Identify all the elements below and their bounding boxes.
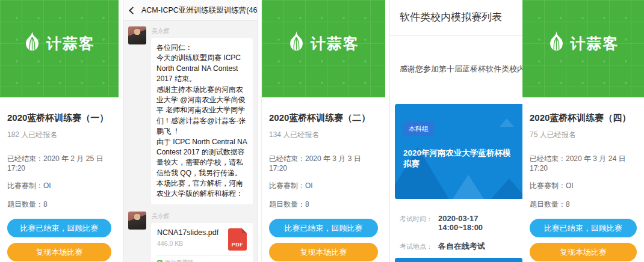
review-contest-button[interactable]: 比赛已结束，回顾比赛 — [530, 219, 637, 237]
logo-text: 计蒜客 — [46, 34, 95, 53]
exam-place-row: 考试地点： 各自在线考试 — [400, 241, 522, 252]
contest-format: 比赛赛制：OI — [7, 181, 111, 191]
sender-avatar[interactable] — [128, 26, 146, 44]
message-bubble: 各位同仁： 今天的训练联盟周赛 ICPC North Central NA Co… — [151, 38, 253, 204]
exam-time-label: 考试时间： — [400, 215, 433, 224]
logo-text: 计蒜客 — [571, 34, 619, 53]
problem-count: 题目数量：8 — [530, 200, 637, 210]
wechat-chat-panel: ACM-ICPC亚洲训练联盟训练营(462) 吴永辉 各位同仁： 今天的训练联盟… — [123, 0, 258, 262]
group-badge: 本科组 — [403, 122, 434, 136]
contest-title: 2020蓝桥杯训练赛（二） — [269, 112, 378, 124]
replay-contest-button[interactable]: 复现本场比赛 — [7, 243, 111, 261]
chat-message: 吴永辉 各位同仁： 今天的训练联盟周赛 ICPC North Central N… — [128, 26, 253, 204]
screenshot-collage: 计蒜客 2020蓝桥杯训练赛（一） 182 人已经报名 已经结束：2020 年 … — [0, 0, 644, 262]
contest-title: 2020蓝桥杯训练赛（四） — [530, 112, 637, 124]
end-time: 已经结束：2020 年 2 月 25 日 17:20 — [7, 154, 111, 172]
mock-contest-card[interactable]: 本科组 2020年河南农业大学蓝桥杯模拟赛 — [395, 104, 522, 199]
enrolled-count: 134 人已经报名 — [269, 130, 378, 140]
intro-text: 感谢您参加第十届蓝桥杯软件类校内模拟赛，您的报名 — [400, 64, 522, 75]
contest-format: 比赛赛制：OI — [530, 181, 637, 191]
divider — [390, 35, 522, 36]
page-title: 软件类校内模拟赛列表 — [400, 10, 522, 24]
pdf-file-icon: PDF — [228, 228, 247, 251]
file-name: NCNA17slides.pdf — [157, 228, 223, 237]
exam-place-value: 各自在线考试 — [438, 241, 485, 252]
mountain-decoration — [500, 118, 514, 127]
chat-message-list: 吴永辉 各位同仁： 今天的训练联盟周赛 ICPC North Central N… — [123, 21, 258, 262]
problem-count: 题目数量：8 — [269, 200, 378, 210]
sender-name: 吴永辉 — [152, 212, 253, 221]
garlic-icon — [548, 31, 565, 56]
next-card-top-edge — [395, 258, 522, 262]
garlic-icon — [23, 31, 41, 56]
mountain-decoration — [453, 175, 484, 199]
enrolled-count: 182 人已经报名 — [7, 130, 111, 140]
contest-panel-3: 计蒜客 2020蓝桥杯训练赛（四） 75 人已经报名 已经结束：2020 年 3… — [522, 0, 644, 262]
chat-header: ACM-ICPC亚洲训练联盟训练营(462) — [123, 0, 258, 21]
jisuanke-logo: 计蒜客 — [288, 31, 359, 56]
contest-format: 比赛赛制：OI — [269, 181, 378, 191]
contest-panel-1: 计蒜客 2020蓝桥杯训练赛（一） 182 人已经报名 已经结束：2020 年 … — [0, 0, 119, 262]
garlic-icon — [288, 31, 305, 56]
end-time: 已经结束：2020 年 3 月 3 日 17:20 — [269, 154, 378, 172]
file-size: 446.0 KB — [157, 240, 223, 247]
chat-file-message: 吴永辉 NCNA17slides.pdf 446.0 KB PDF — [128, 212, 253, 262]
jisuanke-header: 计蒜客 — [262, 0, 385, 97]
replay-contest-button[interactable]: 复现本场比赛 — [530, 243, 637, 261]
review-contest-button[interactable]: 比赛已结束，回顾比赛 — [7, 219, 111, 237]
review-contest-button[interactable]: 比赛已结束，回顾比赛 — [269, 219, 378, 237]
jisuanke-header: 计蒜客 — [0, 0, 119, 97]
sender-avatar[interactable] — [128, 212, 146, 230]
contest-title: 2020蓝桥杯训练赛（一） — [7, 112, 111, 124]
exam-time-row: 考试时间： 2020-03-17 14:00~18:00 — [400, 214, 522, 232]
jisuanke-logo: 计蒜客 — [548, 31, 619, 56]
mountain-decoration — [491, 178, 522, 199]
contest-panel-2: 计蒜客 2020蓝桥杯训练赛（二） 134 人已经报名 已经结束：2020 年 … — [261, 0, 385, 262]
exam-time-value: 2020-03-17 14:00~18:00 — [438, 214, 522, 232]
logo-text: 计蒜客 — [311, 34, 359, 53]
problem-count: 题目数量：8 — [7, 200, 111, 210]
back-icon[interactable] — [129, 7, 137, 14]
chat-title: ACM-ICPC亚洲训练联盟训练营(462) — [141, 5, 258, 16]
exam-place-label: 考试地点： — [400, 242, 433, 251]
file-source-label: 微信电脑版 — [165, 259, 194, 262]
jisuanke-header: 计蒜客 — [522, 0, 644, 97]
mock-contest-list-panel: 软件类校内模拟赛列表 感谢您参加第十届蓝桥杯软件类校内模拟赛，您的报名 本科组 … — [389, 0, 522, 262]
file-attachment[interactable]: NCNA17slides.pdf 446.0 KB PDF 微信电脑版 — [151, 223, 253, 262]
mock-card-title: 2020年河南农业大学蓝桥杯模拟赛 — [403, 148, 514, 169]
jisuanke-logo: 计蒜客 — [23, 31, 95, 56]
sender-name: 吴永辉 — [152, 27, 253, 35]
end-time: 已经结束：2020 年 3 月 24 日 17:20 — [530, 154, 637, 172]
enrolled-count: 75 人已经报名 — [530, 130, 637, 140]
replay-contest-button[interactable]: 复现本场比赛 — [269, 243, 378, 261]
